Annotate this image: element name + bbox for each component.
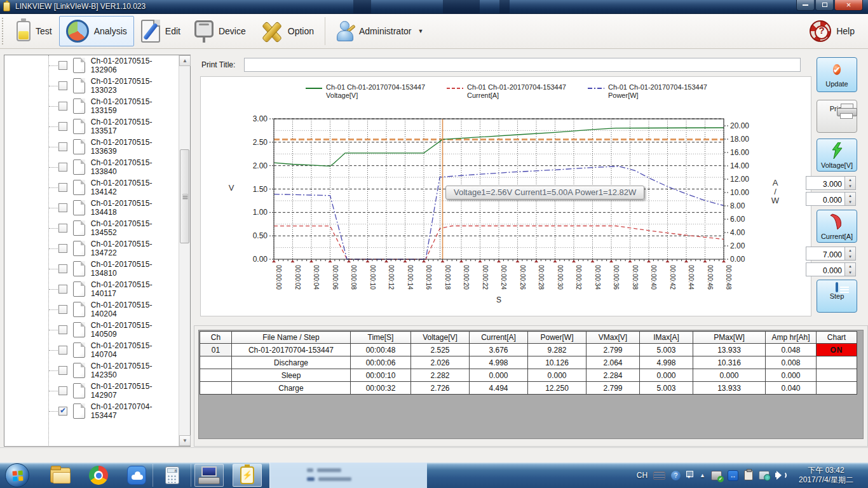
tree-scrollbar[interactable]: ▲ ▼ bbox=[179, 55, 190, 446]
toolbar-device-button[interactable]: Device bbox=[187, 16, 253, 46]
scroll-down-button[interactable]: ▼ bbox=[179, 435, 191, 446]
current-max-input[interactable] bbox=[806, 247, 845, 261]
show-hidden-icons-button[interactable]: ▲ bbox=[700, 472, 705, 478]
tree-item[interactable]: Ch-01-20170515-140704 bbox=[4, 340, 178, 360]
tree-item[interactable]: Ch-01-20170515-134722 bbox=[4, 238, 178, 259]
toolbar-analysis-button[interactable]: Analysis bbox=[59, 16, 134, 46]
tree-item-label: Ch-01-20170515-133517 bbox=[91, 118, 178, 135]
voltage-min-input[interactable] bbox=[806, 192, 845, 206]
tree-item[interactable]: Ch-01-20170515-140117 bbox=[4, 279, 178, 299]
tree-item-checkbox[interactable] bbox=[58, 264, 67, 273]
toolbar-option-label: Option bbox=[288, 26, 314, 36]
print-title-input[interactable] bbox=[244, 58, 801, 72]
tree-item[interactable]: Ch-01-20170515-133840 bbox=[4, 157, 178, 177]
file-icon bbox=[73, 383, 85, 398]
tray-help-icon[interactable]: ? bbox=[671, 471, 681, 480]
tree-item[interactable]: Ch-01-20170515-134810 bbox=[4, 259, 178, 279]
background-window-fragment bbox=[499, 0, 510, 14]
table-row[interactable]: Sleep00:00:102.2820.0000.0002.2840.0000.… bbox=[200, 369, 857, 382]
tree-item-checkbox[interactable] bbox=[58, 224, 67, 233]
volume-icon[interactable] bbox=[775, 470, 785, 480]
tree-item-label: Ch-01-20170515-134418 bbox=[91, 199, 178, 217]
table-cell[interactable]: ON bbox=[817, 344, 857, 356]
tree-item-checkbox[interactable] bbox=[58, 386, 67, 395]
tree-item-checkbox[interactable] bbox=[58, 163, 67, 172]
tree-item[interactable]: Ch-01-20170515-134418 bbox=[4, 198, 178, 218]
tree-item-checkbox[interactable] bbox=[58, 285, 67, 294]
teamviewer-icon[interactable]: ↔ bbox=[728, 470, 738, 481]
tree-item-checkbox[interactable] bbox=[58, 346, 67, 355]
step-button[interactable]: Step bbox=[817, 280, 857, 313]
close-button[interactable]: × bbox=[834, 0, 863, 11]
taskbar-linkview-button[interactable] bbox=[233, 464, 262, 487]
scrollbar-thumb[interactable] bbox=[180, 149, 189, 243]
table-cell: 13.933 bbox=[693, 344, 766, 356]
voltage-max-input[interactable] bbox=[806, 176, 845, 190]
table-row[interactable]: Discharge00:00:062.0264.99810.1262.0644.… bbox=[200, 356, 857, 369]
tree-item-checkbox[interactable] bbox=[58, 183, 67, 192]
voltage-min-spinner[interactable]: ▲▼ bbox=[845, 192, 856, 206]
tree-item[interactable]: Ch-01-20170515-133023 bbox=[4, 76, 178, 96]
restore-button[interactable] bbox=[815, 0, 834, 11]
current-min-spinner[interactable]: ▲▼ bbox=[845, 262, 856, 276]
tree-item[interactable]: Ch-01-20170515-134142 bbox=[4, 177, 178, 198]
taskbar-calculator-button[interactable]: 8 bbox=[158, 464, 187, 487]
scroll-up-button[interactable]: ▲ bbox=[179, 55, 191, 66]
tree-item[interactable]: Ch-01-20170515-142907 bbox=[4, 381, 178, 401]
tree-item-checkbox[interactable] bbox=[58, 325, 67, 334]
toolbar-edit-button[interactable]: Edit bbox=[134, 16, 187, 46]
tree-item-checkbox[interactable] bbox=[58, 366, 67, 375]
voltage-axis-button[interactable]: Voltage[V] bbox=[817, 139, 857, 172]
tray-language-indicator[interactable]: CH bbox=[637, 471, 648, 480]
help-button[interactable]: Help bbox=[803, 16, 862, 46]
start-button[interactable] bbox=[5, 463, 29, 487]
update-button[interactable]: ✔ Update bbox=[817, 57, 857, 92]
usb-eject-icon[interactable] bbox=[711, 471, 722, 480]
tree-connector bbox=[49, 126, 58, 127]
current-axis-button[interactable]: Current[A] bbox=[817, 210, 857, 243]
tree-item-checkbox[interactable] bbox=[58, 142, 67, 151]
taskbar-explorer-button[interactable] bbox=[46, 464, 75, 487]
taskbar-devicetool-button[interactable] bbox=[194, 464, 224, 487]
administrator-menu-button[interactable]: Administrator ▼ bbox=[329, 16, 430, 46]
tree-item[interactable]: Ch-01-20170515-133639 bbox=[4, 137, 178, 157]
tree-item[interactable]: Ch-01-20170515-142350 bbox=[4, 360, 178, 381]
tree-item[interactable]: Ch-01-20170704-153447 bbox=[4, 401, 178, 421]
taskbar-clock[interactable]: 下午 03:42 2017/7/4/星期二 bbox=[788, 466, 864, 485]
tree-item-checkbox[interactable] bbox=[58, 244, 67, 253]
tree-item[interactable]: Ch-01-20170515-132906 bbox=[4, 55, 178, 76]
toolbar-test-button[interactable]: Test bbox=[10, 16, 59, 46]
taskbar-chrome-button[interactable] bbox=[84, 464, 113, 487]
tree-item-checkbox[interactable] bbox=[58, 102, 67, 111]
current-max-spinner[interactable]: ▲▼ bbox=[845, 247, 856, 261]
results-table: ChFile Name / StepTime[S]Voltage[V]Curre… bbox=[200, 331, 857, 395]
voltage-max-spinner[interactable]: ▲▼ bbox=[845, 176, 856, 190]
tree-item[interactable]: Ch-01-20170515-133159 bbox=[4, 96, 178, 116]
print-button[interactable]: Print bbox=[817, 100, 857, 133]
taskbar-cloud-button[interactable] bbox=[122, 464, 151, 487]
tree-item[interactable]: Ch-01-20170515-134552 bbox=[4, 218, 178, 238]
tree-item-checkbox[interactable] bbox=[58, 305, 67, 314]
table-row[interactable]: 01Ch-01-20170704-15344700:00:482.5253.67… bbox=[200, 344, 857, 356]
toolbar-grip[interactable] bbox=[2, 18, 4, 44]
table-row[interactable]: Charge00:00:322.7264.49412.2502.7995.003… bbox=[200, 382, 857, 395]
minimize-button[interactable] bbox=[796, 0, 815, 11]
tree-item-label: Ch-01-20170515-133023 bbox=[91, 77, 178, 95]
tree-item-checkbox[interactable] bbox=[58, 203, 67, 212]
tree-item-checkbox[interactable] bbox=[58, 122, 67, 131]
clipboard-plug-icon[interactable] bbox=[744, 470, 753, 480]
table-cell: 01 bbox=[200, 344, 232, 356]
layout-switch-icon[interactable] bbox=[686, 471, 694, 480]
tree-item-checkbox[interactable] bbox=[58, 61, 67, 70]
current-min-input[interactable] bbox=[806, 262, 845, 276]
tree-item-checkbox[interactable] bbox=[58, 81, 67, 90]
network-status-icon[interactable] bbox=[759, 471, 770, 480]
tree-item-label: Ch-01-20170515-134722 bbox=[91, 240, 178, 257]
svg-text:8.00: 8.00 bbox=[730, 201, 745, 210]
tree-item[interactable]: Ch-01-20170515-140509 bbox=[4, 320, 178, 340]
tree-item[interactable]: Ch-01-20170515-133517 bbox=[4, 116, 178, 137]
tree-item-checkbox[interactable] bbox=[58, 407, 67, 416]
tree-item[interactable]: Ch-01-20170515-140204 bbox=[4, 299, 178, 320]
toolbar-option-button[interactable]: Option bbox=[253, 16, 321, 46]
keyboard-icon[interactable] bbox=[653, 471, 665, 480]
